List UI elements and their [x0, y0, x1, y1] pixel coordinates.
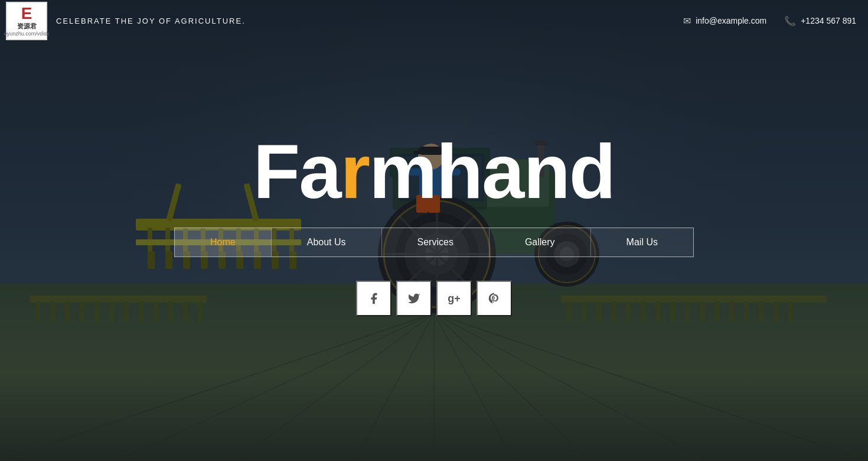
navigation: Home About Us Services Gallery Mail Us — [174, 228, 694, 257]
nav-mail[interactable]: Mail Us — [591, 228, 693, 257]
social-bar: g+ — [356, 281, 512, 316]
nav-services[interactable]: Services — [382, 228, 490, 257]
email-address: info@example.com — [696, 16, 766, 25]
logo-url: eyunzhu.com/vdisk — [4, 31, 50, 37]
title-rest: mhand — [369, 128, 615, 215]
phone-contact: 📞 +1234 567 891 — [784, 15, 856, 27]
email-contact: ✉ info@example.com — [683, 15, 766, 27]
top-bar-left: E 资源君 eyunzhu.com/vdisk CELEBRATE THE JO… — [6, 2, 246, 40]
title-f: F — [253, 128, 299, 215]
facebook-button[interactable] — [356, 281, 391, 316]
nav-gallery[interactable]: Gallery — [490, 228, 591, 257]
logo[interactable]: E 资源君 eyunzhu.com/vdisk — [6, 2, 47, 40]
pinterest-button[interactable] — [477, 281, 512, 316]
title-r: r — [341, 128, 370, 215]
phone-number: +1234 567 891 — [801, 16, 856, 25]
hero-title: Farmhand — [253, 133, 615, 210]
top-bar: E 资源君 eyunzhu.com/vdisk CELEBRATE THE JO… — [0, 0, 868, 41]
logo-brand-text: 资源君 — [17, 22, 37, 31]
twitter-button[interactable] — [396, 281, 432, 316]
email-icon: ✉ — [683, 15, 691, 27]
nav-home[interactable]: Home — [175, 228, 272, 257]
googleplus-button[interactable]: g+ — [436, 281, 472, 316]
hero-content: Farmhand Home About Us Services Gallery … — [0, 0, 868, 461]
nav-about[interactable]: About Us — [272, 228, 382, 257]
site-tagline: CELEBRATE THE JOY OF AGRICULTURE. — [56, 17, 246, 25]
top-bar-right: ✉ info@example.com 📞 +1234 567 891 — [683, 15, 856, 27]
googleplus-icon: g+ — [448, 293, 461, 305]
logo-letter: E — [21, 5, 32, 22]
title-a: a — [299, 128, 340, 215]
phone-icon: 📞 — [784, 15, 796, 27]
